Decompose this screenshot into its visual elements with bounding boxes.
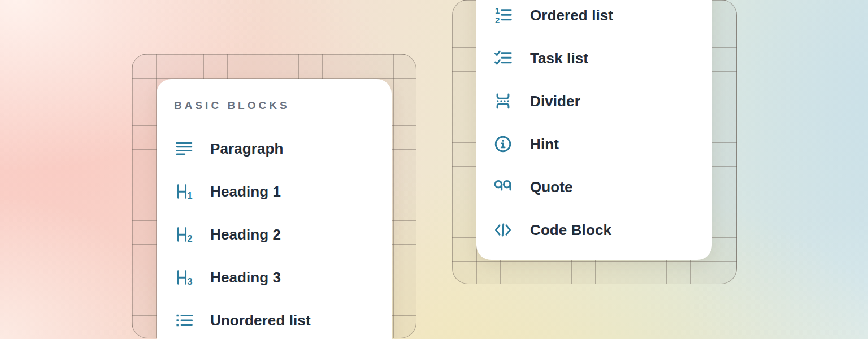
menu-item-label: Unordered list — [210, 312, 311, 329]
menu-item[interactable]: 3 Heading 3 — [157, 256, 392, 299]
menu-item-label: Code Block — [530, 221, 611, 239]
task-list-icon — [493, 48, 513, 68]
menu-item[interactable]: 12 Ordered list — [476, 0, 712, 37]
menu-item[interactable]: Code Block — [476, 208, 712, 251]
quote-icon — [493, 177, 513, 197]
menu-item-label: Quote — [530, 179, 573, 196]
heading-2-icon: 2 — [174, 224, 194, 245]
menu-item[interactable]: 2 Heading 2 — [157, 213, 392, 256]
menu-item-label: Heading 3 — [210, 269, 281, 286]
menu-item-label: Paragraph — [210, 140, 284, 158]
heading-3-icon: 3 — [174, 267, 194, 288]
hint-icon — [493, 134, 513, 154]
left-card-items: Paragraph 1 Heading 1 2 Heading 2 3 Head… — [157, 127, 392, 339]
svg-text:1: 1 — [187, 190, 192, 201]
code-block-icon — [493, 220, 513, 240]
menu-item[interactable]: Paragraph — [157, 127, 392, 170]
menu-item-label: Task list — [530, 50, 588, 67]
basic-blocks-card: BASIC BLOCKS Paragraph 1 Heading 1 2 Hea… — [157, 79, 392, 339]
menu-item[interactable]: Unordered list — [157, 299, 392, 339]
svg-text:3: 3 — [187, 276, 192, 286]
menu-item[interactable]: Hint — [476, 123, 712, 166]
menu-item[interactable]: 1 Heading 1 — [157, 170, 392, 213]
menu-item-label: Divider — [530, 93, 580, 110]
section-header: BASIC BLOCKS — [174, 99, 392, 112]
blocks-card-right: 12 Ordered list Task list Divider Hint Q… — [476, 0, 712, 260]
menu-item[interactable]: Quote — [476, 166, 712, 208]
menu-item-label: Hint — [530, 136, 559, 153]
menu-item[interactable]: Task list — [476, 37, 712, 80]
menu-item-label: Heading 1 — [210, 183, 281, 201]
divider-icon — [493, 91, 513, 111]
paragraph-icon — [174, 138, 194, 159]
ordered-list-icon: 12 — [493, 5, 513, 25]
svg-text:2: 2 — [187, 233, 192, 244]
menu-item-label: Ordered list — [530, 7, 613, 24]
unordered-list-icon — [174, 310, 194, 331]
svg-text:2: 2 — [495, 16, 500, 25]
menu-item[interactable]: Divider — [476, 80, 712, 123]
menu-item-label: Heading 2 — [210, 226, 281, 244]
heading-1-icon: 1 — [174, 181, 194, 202]
svg-text:1: 1 — [495, 6, 500, 15]
right-card-items: 12 Ordered list Task list Divider Hint Q… — [476, 0, 712, 251]
